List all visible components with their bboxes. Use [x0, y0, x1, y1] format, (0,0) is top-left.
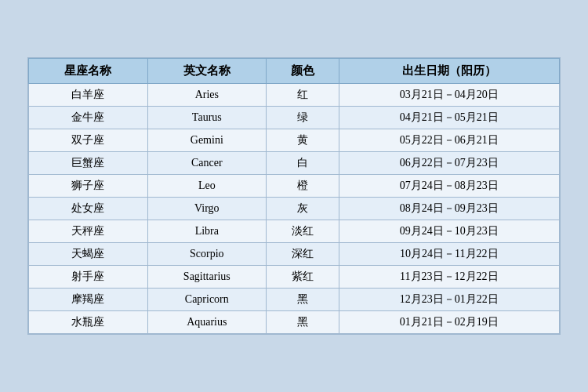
cell-chinese-name: 狮子座	[29, 175, 148, 198]
cell-dates: 12月23日－01月22日	[339, 289, 559, 311]
cell-english-name: Scorpio	[147, 243, 267, 266]
cell-english-name: Sagittarius	[147, 266, 267, 289]
cell-dates: 08月24日－09月23日	[339, 198, 559, 220]
cell-dates: 04月21日－05月21日	[339, 107, 559, 129]
table-row: 巨蟹座Cancer白06月22日－07月23日	[29, 152, 560, 175]
table-row: 摩羯座Capricorn黑12月23日－01月22日	[29, 289, 560, 311]
cell-color: 橙	[267, 175, 339, 198]
cell-dates: 07月24日－08月23日	[339, 175, 559, 198]
header-english-name: 英文名称	[147, 59, 267, 84]
cell-color: 灰	[267, 198, 339, 220]
header-chinese-name: 星座名称	[29, 59, 148, 84]
cell-english-name: Taurus	[147, 107, 267, 129]
table-row: 双子座Gemini黄05月22日－06月21日	[29, 129, 560, 152]
cell-chinese-name: 双子座	[29, 129, 148, 152]
table-row: 白羊座Aries红03月21日－04月20日	[29, 84, 560, 107]
cell-chinese-name: 水瓶座	[29, 311, 148, 334]
zodiac-table: 星座名称 英文名称 颜色 出生日期（阳历） 白羊座Aries红03月21日－04…	[28, 58, 560, 334]
zodiac-table-container: 星座名称 英文名称 颜色 出生日期（阳历） 白羊座Aries红03月21日－04…	[27, 57, 561, 335]
cell-dates: 05月22日－06月21日	[339, 129, 559, 152]
table-row: 水瓶座Aquarius黑01月21日－02月19日	[29, 311, 560, 334]
cell-dates: 11月23日－12月22日	[339, 266, 559, 289]
cell-english-name: Aquarius	[147, 311, 267, 334]
cell-color: 黄	[267, 129, 339, 152]
table-row: 天蝎座Scorpio深红10月24日－11月22日	[29, 243, 560, 266]
cell-color: 紫红	[267, 266, 339, 289]
cell-dates: 03月21日－04月20日	[339, 84, 559, 107]
cell-chinese-name: 天秤座	[29, 220, 148, 243]
cell-english-name: Virgo	[147, 198, 267, 220]
cell-color: 红	[267, 84, 339, 107]
cell-english-name: Cancer	[147, 152, 267, 175]
cell-color: 黑	[267, 311, 339, 334]
header-color: 颜色	[267, 59, 339, 84]
cell-chinese-name: 射手座	[29, 266, 148, 289]
cell-color: 淡红	[267, 220, 339, 243]
table-row: 金牛座Taurus绿04月21日－05月21日	[29, 107, 560, 129]
table-body: 白羊座Aries红03月21日－04月20日金牛座Taurus绿04月21日－0…	[29, 84, 560, 334]
cell-dates: 09月24日－10月23日	[339, 220, 559, 243]
table-row: 天秤座Libra淡红09月24日－10月23日	[29, 220, 560, 243]
cell-chinese-name: 天蝎座	[29, 243, 148, 266]
cell-chinese-name: 金牛座	[29, 107, 148, 129]
cell-color: 黑	[267, 289, 339, 311]
table-header-row: 星座名称 英文名称 颜色 出生日期（阳历）	[29, 59, 560, 84]
cell-chinese-name: 处女座	[29, 198, 148, 220]
cell-chinese-name: 巨蟹座	[29, 152, 148, 175]
cell-color: 绿	[267, 107, 339, 129]
cell-english-name: Aries	[147, 84, 267, 107]
table-row: 射手座Sagittarius紫红11月23日－12月22日	[29, 266, 560, 289]
cell-english-name: Leo	[147, 175, 267, 198]
cell-color: 白	[267, 152, 339, 175]
cell-english-name: Capricorn	[147, 289, 267, 311]
table-row: 处女座Virgo灰08月24日－09月23日	[29, 198, 560, 220]
cell-color: 深红	[267, 243, 339, 266]
cell-dates: 06月22日－07月23日	[339, 152, 559, 175]
table-row: 狮子座Leo橙07月24日－08月23日	[29, 175, 560, 198]
header-dates: 出生日期（阳历）	[339, 59, 559, 84]
cell-chinese-name: 白羊座	[29, 84, 148, 107]
cell-english-name: Gemini	[147, 129, 267, 152]
cell-dates: 10月24日－11月22日	[339, 243, 559, 266]
cell-dates: 01月21日－02月19日	[339, 311, 559, 334]
cell-chinese-name: 摩羯座	[29, 289, 148, 311]
cell-english-name: Libra	[147, 220, 267, 243]
